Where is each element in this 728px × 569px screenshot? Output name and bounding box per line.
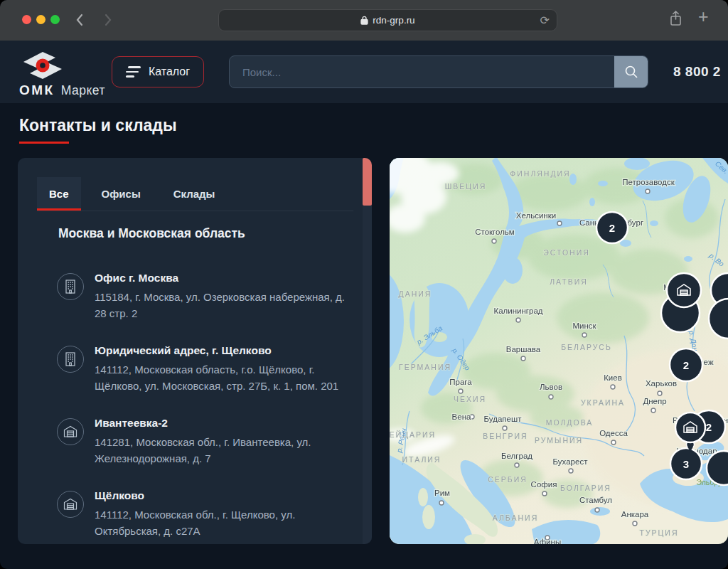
- contacts-list: Офис г. Москва 115184, г. Москва, ул. Оз…: [57, 272, 355, 544]
- contact-address: 141112, Московская обл., г. Щелково, ул.…: [95, 506, 354, 539]
- svg-text:2: 2: [683, 359, 689, 371]
- map-city-dot: [516, 318, 520, 322]
- search-icon: [624, 65, 638, 79]
- list-item[interactable]: Ивантеевка-2 141281, Московская обл., г.…: [57, 417, 355, 467]
- map-city-dot: [515, 463, 519, 467]
- map-city-dot: [549, 395, 553, 399]
- contact-title: Офис г. Москва: [95, 272, 354, 284]
- forward-button[interactable]: [98, 11, 117, 29]
- region-heading: Москва и Московская область: [58, 226, 245, 241]
- contact-title: Юридический адрес, г. Щелково: [95, 344, 354, 357]
- map-city-dot: [569, 469, 573, 473]
- catalog-button-label: Каталог: [149, 65, 190, 78]
- map-label-city: Минск: [572, 321, 596, 330]
- page-title: Контакты и склады: [19, 116, 177, 135]
- tab-all[interactable]: Все: [37, 177, 81, 211]
- close-window-button[interactable]: [22, 15, 31, 24]
- list-item[interactable]: Щёлково 141112, Московская обл., г. Щелк…: [57, 489, 355, 539]
- share-icon[interactable]: [669, 10, 682, 30]
- tab-warehouses[interactable]: Склады: [161, 177, 228, 211]
- map-cluster-marker[interactable]: 2: [670, 349, 702, 381]
- title-underline: [19, 142, 69, 144]
- list-item[interactable]: Юридический адрес, г. Щелково 141112, Мо…: [57, 344, 355, 394]
- catalog-button[interactable]: Каталог: [112, 56, 204, 87]
- map-label-city: Прага: [449, 378, 472, 386]
- contact-address: 141281, Московская обл., г. Ивантеевка, …: [95, 434, 354, 467]
- map-label-city: Белград: [501, 452, 532, 460]
- contact-address: 141112, Московская область, г.о. Щёлково…: [95, 361, 354, 394]
- contact-address: 115184, г. Москва, ул. Озерковская набер…: [95, 289, 354, 321]
- map-label-city: Львов: [540, 383, 562, 391]
- lock-icon: [360, 16, 368, 25]
- map-label-country: ИТАЛИЯ: [402, 455, 441, 464]
- map-label-city: Стамбул: [579, 496, 612, 504]
- map-label-city: Хельсинки: [516, 211, 556, 220]
- map-city-dot: [658, 391, 662, 395]
- map-city-dot: [503, 426, 507, 430]
- map-label-city: Вена: [452, 413, 471, 421]
- map-label-city: Варшава: [506, 345, 541, 353]
- map-city-dot: [611, 385, 615, 389]
- phone-number[interactable]: 8 800 2: [673, 64, 721, 80]
- logo-subtitle: Маркет: [61, 83, 105, 98]
- map-label-city: София: [531, 480, 557, 489]
- map-city-dot: [542, 491, 547, 496]
- svg-text:3: 3: [683, 458, 689, 470]
- map-city-dot: [611, 440, 616, 445]
- reload-icon[interactable]: ⟳: [540, 14, 550, 27]
- map-warehouse-marker[interactable]: [667, 273, 701, 307]
- tabs-divider: [37, 211, 353, 211]
- address-bar[interactable]: rdn-grp.ru ⟳: [218, 9, 557, 31]
- map-label-country: БОЛГАРИЯ: [560, 484, 611, 492]
- map-label-country: ДАНИЯ: [399, 289, 432, 298]
- map-label-city: Афины: [534, 538, 561, 544]
- map-city-dot: [651, 408, 655, 413]
- contacts-scrollbar-thumb[interactable]: [363, 158, 372, 206]
- tab-offices[interactable]: Офисы: [90, 177, 153, 211]
- new-tab-button[interactable]: +: [698, 6, 709, 27]
- map-cluster-marker[interactable]: 3: [670, 448, 702, 479]
- map-label-country: АЛБАНИЯ: [493, 514, 539, 522]
- map[interactable]: ФИНЛЯНДИЯШВЕЦИЯЭСТОНИЯЛАТВИЯДАНИЯБЕЛАРУС…: [390, 158, 728, 544]
- omk-logo-icon: [19, 50, 66, 81]
- site-header: ОМК Маркет Каталог 8 800 2: [0, 41, 728, 103]
- contacts-panel: Все Офисы Склады Москва и Московская обл…: [18, 158, 372, 544]
- map-cluster-marker[interactable]: 2: [596, 212, 628, 243]
- map-city-dot: [646, 189, 650, 193]
- back-button[interactable]: [71, 11, 90, 29]
- map-city-dot: [459, 389, 463, 393]
- map-label-country: ФИНЛЯНДИЯ: [510, 169, 570, 178]
- map-label-country: ГЕРМАНИЯ: [399, 363, 451, 371]
- search-input[interactable]: [230, 56, 614, 87]
- svg-text:2: 2: [706, 421, 712, 433]
- map-label-city: Рим: [434, 489, 450, 497]
- map-label-country: СЕРБИЯ: [488, 475, 528, 484]
- map-label-country: ЭСТОНИЯ: [543, 248, 590, 257]
- contacts-scrollbar-track[interactable]: [363, 158, 372, 544]
- list-item[interactable]: Офис г. Москва 115184, г. Москва, ул. Оз…: [57, 272, 355, 321]
- map-label-country: БЕЛАРУСЬ: [561, 343, 612, 351]
- warehouse-icon: [57, 418, 84, 445]
- url-text: rdn-grp.ru: [373, 15, 414, 26]
- map-label-city: Днепр: [643, 397, 666, 405]
- minimize-window-button[interactable]: [36, 15, 46, 24]
- browser-window: rdn-grp.ru ⟳ + ОМК Маркет Каталог: [0, 0, 728, 569]
- map-label-city: Харьков: [646, 379, 677, 388]
- map-label-country: ЧЕХИЯ: [454, 395, 486, 403]
- search-bar: [229, 55, 648, 88]
- contact-title: Ивантеевка-2: [95, 417, 354, 430]
- warehouse-icon: [57, 491, 84, 518]
- map-label-country: ЛАТВИЯ: [550, 277, 588, 286]
- map-label-country: ТУРЦИЯ: [640, 528, 679, 537]
- omk-logo[interactable]: ОМК Маркет: [19, 50, 66, 84]
- map-label-city: Будапешт: [484, 415, 523, 423]
- map-label-city: Петрозаводск: [622, 178, 675, 186]
- map-label-city: Киев: [604, 373, 622, 382]
- contacts-tabs: Все Офисы Склады: [37, 177, 227, 211]
- map-label-city: Стокгольм: [475, 228, 515, 236]
- map-label-country: МОЛДОВА: [546, 418, 594, 427]
- zoom-window-button[interactable]: [50, 15, 60, 24]
- search-button[interactable]: [614, 56, 648, 87]
- map-label-country: ШВЕЦИЯ: [445, 182, 487, 191]
- svg-text:2: 2: [609, 222, 615, 234]
